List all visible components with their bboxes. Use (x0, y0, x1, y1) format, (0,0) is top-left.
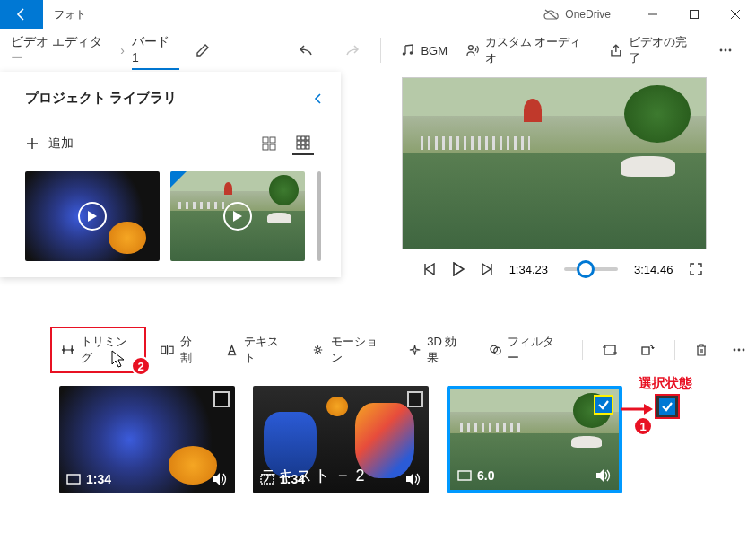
svg-marker-49 (651, 347, 655, 349)
export-icon (609, 43, 623, 57)
crop-button[interactable] (594, 338, 626, 362)
video-preview: 1:34.23 3:14.46 (402, 77, 725, 276)
play-overlay-icon (223, 202, 252, 231)
svg-rect-54 (67, 475, 80, 484)
grid-small-view-button[interactable] (292, 132, 314, 155)
play-overlay-icon (78, 202, 107, 231)
custom-audio-button[interactable]: カスタム オーディオ (456, 31, 600, 70)
svg-marker-57 (406, 473, 413, 485)
split-icon (161, 344, 174, 356)
svg-rect-25 (306, 145, 309, 149)
undo-button[interactable] (289, 31, 327, 70)
onedrive-status[interactable]: OneDrive (543, 8, 611, 21)
storyboard-clip[interactable]: テキスト − 2 1:34 (253, 386, 429, 493)
more-button[interactable] (707, 31, 745, 70)
library-title: プロジェクト ライブラリ (25, 90, 177, 107)
motion-button[interactable]: モーション (302, 328, 395, 371)
app-title: フォト (54, 7, 86, 22)
motion-icon (311, 344, 325, 356)
svg-rect-18 (301, 136, 305, 140)
prev-frame-button[interactable] (423, 263, 436, 275)
window-controls (632, 0, 756, 29)
svg-rect-21 (301, 141, 305, 144)
clip-checkbox[interactable] (407, 391, 423, 407)
next-frame-button[interactable] (481, 263, 493, 275)
clip-volume-button[interactable] (212, 472, 228, 486)
svg-point-7 (469, 46, 474, 50)
redo-button[interactable] (331, 31, 369, 70)
duration-icon (66, 474, 81, 485)
seek-thumb[interactable] (577, 260, 595, 278)
svg-rect-38 (161, 346, 166, 354)
maximize-button[interactable] (673, 0, 715, 29)
preview-canvas[interactable] (402, 77, 707, 249)
split-button[interactable]: 分割 (152, 328, 211, 371)
breadcrumb-current[interactable]: バード 1 (132, 31, 179, 70)
clip-volume-button[interactable] (405, 472, 421, 486)
used-indicator-icon (170, 171, 187, 188)
mouse-cursor-icon (111, 350, 127, 370)
breadcrumb-root[interactable]: ビデオ エディター (11, 34, 113, 66)
finish-video-button[interactable]: ビデオの完了 (600, 31, 706, 70)
3d-effects-button[interactable]: 3D 効果 (400, 328, 475, 371)
svg-rect-16 (270, 144, 275, 150)
text-button[interactable]: テキスト (217, 328, 297, 371)
total-time: 3:14.46 (634, 263, 673, 276)
clip-volume-button[interactable] (595, 468, 612, 483)
annotation-badge-1: 1 (633, 416, 653, 436)
annotation-arrow-icon (617, 400, 653, 418)
breadcrumb: ビデオ エディター › バード 1 (11, 31, 179, 70)
filter-button[interactable]: フィルター (481, 328, 571, 371)
grid-large-view-button[interactable] (258, 132, 280, 155)
library-scrollbar[interactable] (317, 171, 321, 261)
playback-controls: 1:34.23 3:14.46 (402, 262, 725, 276)
collapse-library-button[interactable] (312, 92, 325, 105)
project-library-panel: プロジェクト ライブラリ 追加 (0, 72, 341, 277)
cloud-off-icon (543, 9, 560, 20)
svg-marker-53 (112, 351, 124, 367)
sparkle-icon (409, 344, 421, 356)
top-toolbar: ビデオ エディター › バード 1 BGM カスタム オーディオ ビデオの完了 (0, 29, 756, 72)
add-media-button[interactable]: 追加 (25, 135, 74, 152)
svg-point-50 (734, 349, 736, 352)
clip-duration: 6.0 (477, 468, 494, 483)
svg-rect-58 (458, 471, 471, 480)
minimize-button[interactable] (632, 0, 673, 29)
clip-more-button[interactable] (722, 338, 756, 362)
more-icon (731, 344, 747, 356)
filter-icon (490, 344, 501, 356)
separator (582, 340, 583, 360)
library-item[interactable] (25, 171, 160, 261)
rename-button[interactable] (183, 31, 222, 70)
rotate-button[interactable] (631, 338, 664, 362)
clip-checkbox-checked[interactable] (594, 395, 613, 415)
annotation-badge-2: 2 (131, 356, 151, 376)
bgm-button[interactable]: BGM (392, 31, 456, 70)
svg-rect-48 (642, 347, 649, 354)
svg-point-42 (316, 348, 319, 352)
library-item[interactable] (170, 171, 305, 261)
play-button[interactable] (452, 262, 465, 276)
svg-point-10 (729, 49, 732, 52)
duration-icon (457, 470, 472, 481)
svg-rect-17 (297, 136, 300, 140)
back-button[interactable] (0, 0, 43, 29)
delete-button[interactable] (686, 337, 717, 362)
svg-point-9 (725, 49, 727, 52)
svg-marker-26 (88, 211, 97, 222)
svg-rect-15 (263, 144, 268, 150)
close-button[interactable] (715, 0, 756, 29)
fullscreen-button[interactable] (689, 262, 703, 276)
seek-bar[interactable] (564, 267, 618, 271)
svg-marker-31 (482, 264, 491, 275)
storyboard-clip-selected[interactable]: 6.0 (447, 386, 622, 493)
svg-marker-28 (426, 264, 434, 275)
chevron-right-icon: › (120, 43, 125, 57)
svg-marker-30 (454, 263, 464, 275)
music-icon (401, 43, 415, 57)
svg-rect-56 (261, 475, 274, 484)
storyboard-clip[interactable]: 1:34 (59, 386, 235, 493)
clip-checkbox[interactable] (213, 391, 230, 407)
volume-icon (405, 472, 421, 486)
svg-point-52 (743, 349, 745, 352)
